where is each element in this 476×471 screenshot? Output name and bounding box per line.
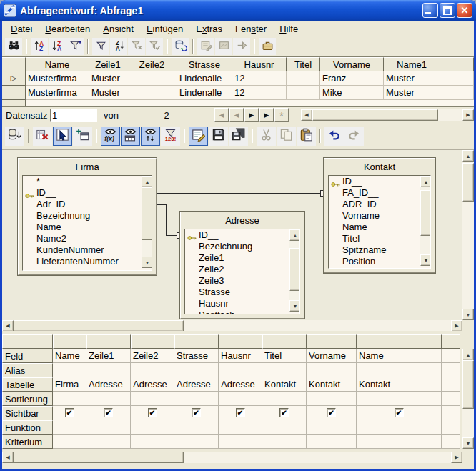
- table-scrollbar-thumb[interactable]: [289, 248, 300, 291]
- qbe-column-header[interactable]: [86, 334, 131, 349]
- qbe-cell-feld[interactable]: Titel: [262, 349, 307, 363]
- qbe-column-header[interactable]: [442, 334, 460, 349]
- column-header-zeile1[interactable]: Zeile1: [89, 57, 127, 71]
- result-cell[interactable]: [287, 86, 320, 100]
- table-scrollbar[interactable]: ▲▼: [420, 176, 431, 266]
- result-cell[interactable]: Franz: [320, 71, 384, 86]
- qbe-hscrollbar-thumb[interactable]: [14, 452, 184, 463]
- menu-item-extras[interactable]: Extras: [189, 21, 229, 36]
- qbe-column-header[interactable]: [53, 334, 86, 349]
- qbe-cell-sichtbar[interactable]: ✔: [53, 406, 86, 420]
- qbe-cell-kriterium[interactable]: [53, 435, 86, 449]
- qbe-cell-funktion[interactable]: [174, 420, 219, 435]
- qbe-column-header[interactable]: [131, 334, 174, 349]
- qbe-cell-tabelle[interactable]: Kontakt: [262, 377, 307, 392]
- filter-button[interactable]: [92, 38, 109, 55]
- save-all-button[interactable]: [229, 127, 248, 146]
- sort-ascending-button[interactable]: AZ: [31, 38, 48, 55]
- qbe-cell-funktion[interactable]: [53, 420, 86, 435]
- field-row[interactable]: Position: [329, 256, 430, 267]
- field-row[interactable]: Spitzname: [329, 244, 430, 256]
- field-row[interactable]: Bezeichnung: [23, 210, 152, 222]
- qbe-cell-alias[interactable]: [307, 363, 357, 377]
- top-values-button[interactable]: 123!: [161, 127, 180, 146]
- result-cell[interactable]: [287, 71, 320, 86]
- result-cell[interactable]: Muster: [384, 86, 440, 100]
- qbe-cell-sortierung[interactable]: [219, 392, 262, 406]
- paste-button[interactable]: [297, 127, 316, 146]
- checkbox-checked[interactable]: ✔: [148, 408, 157, 417]
- menu-item-ansicht[interactable]: Ansicht: [96, 21, 140, 36]
- refresh-data-button[interactable]: [172, 38, 189, 55]
- show-functions-button[interactable]: f(x): [101, 127, 120, 146]
- table-title[interactable]: Adresse: [181, 212, 304, 228]
- result-cell[interactable]: Lindenalle: [177, 86, 232, 100]
- close-button[interactable]: ✕: [457, 3, 472, 18]
- qbe-vscrollbar-up-arrow[interactable]: ▲: [462, 349, 474, 360]
- table-scrollbar-down-arrow[interactable]: ▼: [289, 300, 300, 312]
- field-row[interactable]: Name: [23, 222, 152, 233]
- qbe-column-header[interactable]: [2, 334, 53, 349]
- field-row[interactable]: Titel: [329, 233, 430, 244]
- sort-descending-button[interactable]: ZA: [49, 38, 66, 55]
- qbe-cell-feld[interactable]: Zeile1: [86, 349, 131, 363]
- qbe-column-header[interactable]: [307, 334, 357, 349]
- qbe-cell-alias[interactable]: [357, 363, 442, 377]
- table-scrollbar-down-arrow[interactable]: ▼: [420, 254, 431, 266]
- checkbox-checked[interactable]: ✔: [395, 408, 404, 417]
- menu-item-einfügen[interactable]: Einfügen: [140, 21, 189, 36]
- qbe-cell-feld[interactable]: Hausnr: [219, 349, 262, 363]
- field-row[interactable]: KundenNummer: [23, 244, 152, 256]
- column-header-titel[interactable]: Titel: [287, 57, 320, 71]
- qbe-cell-sortierung[interactable]: [131, 392, 174, 406]
- table-box-adresse[interactable]: AdresseID__BezeichnungZeile1Zeile2Zeile3…: [180, 212, 304, 319]
- design-vscrollbar-up-arrow[interactable]: ▲: [462, 150, 474, 162]
- result-cell[interactable]: 12: [232, 71, 287, 86]
- qbe-cell-kriterium[interactable]: [174, 435, 219, 449]
- menu-item-datei[interactable]: Datei: [4, 21, 39, 36]
- design-vscrollbar-thumb[interactable]: [462, 163, 474, 202]
- next-record-button[interactable]: ▶: [244, 108, 259, 122]
- qbe-hscrollbar[interactable]: ◀▶: [2, 452, 462, 463]
- field-row[interactable]: Adr_ID__: [23, 199, 152, 210]
- title-bar[interactable]: Abfrageentwurf: Abfrage1 ✕: [0, 0, 476, 21]
- table-scrollbar-down-arrow[interactable]: ▼: [142, 257, 152, 268]
- field-row[interactable]: Name: [329, 222, 430, 233]
- field-row[interactable]: ADR_ID__: [329, 199, 430, 210]
- filter-add-button[interactable]: [66, 38, 84, 55]
- qbe-cell-kriterium[interactable]: [86, 435, 131, 449]
- design-hscrollbar-left-arrow[interactable]: ◀: [2, 320, 14, 331]
- checkbox-checked[interactable]: ✔: [104, 408, 113, 417]
- table-box-kontakt[interactable]: KontaktID__FA_ID__ADR_ID__VornameNameTit…: [324, 158, 435, 273]
- result-cell[interactable]: Mike: [320, 86, 384, 100]
- column-header-zeile2[interactable]: Zeile2: [127, 57, 177, 71]
- find-button[interactable]: [5, 38, 22, 55]
- field-row[interactable]: Zeile2: [185, 264, 299, 275]
- show-table-names-button[interactable]: [121, 127, 140, 146]
- qbe-cell-alias[interactable]: [262, 363, 307, 377]
- qbe-cell-sortierung[interactable]: [307, 392, 357, 406]
- field-row[interactable]: Zeile1: [185, 252, 299, 264]
- qbe-cell-funktion[interactable]: [442, 420, 460, 435]
- table-scrollbar-thumb[interactable]: [142, 187, 152, 240]
- checkbox-checked[interactable]: ✔: [327, 408, 336, 417]
- select-pane-button[interactable]: [53, 127, 72, 146]
- menu-item-hilfe[interactable]: Hilfe: [273, 21, 304, 36]
- save-button[interactable]: [209, 127, 228, 146]
- field-row[interactable]: Strasse: [185, 287, 299, 298]
- result-cell[interactable]: Musterfirma: [26, 86, 89, 100]
- table-scrollbar-up-arrow[interactable]: ▲: [289, 229, 300, 241]
- qbe-cell-tabelle[interactable]: Adresse: [131, 377, 174, 392]
- add-table-button[interactable]: [73, 127, 92, 146]
- qbe-cell-kriterium[interactable]: [442, 435, 460, 449]
- field-row[interactable]: ID__: [23, 187, 152, 199]
- show-criteria-button[interactable]: [141, 127, 160, 146]
- field-row[interactable]: *: [23, 176, 152, 187]
- design-hscrollbar[interactable]: ◀▶: [2, 320, 462, 331]
- checkbox-checked[interactable]: ✔: [236, 408, 245, 417]
- qbe-cell-sortierung[interactable]: [174, 392, 219, 406]
- result-cell[interactable]: Musterfirma: [26, 71, 89, 86]
- minimize-button[interactable]: [422, 3, 438, 18]
- field-row[interactable]: FA_ID__: [329, 187, 430, 199]
- result-hscrollbar-thumb[interactable]: [312, 109, 438, 121]
